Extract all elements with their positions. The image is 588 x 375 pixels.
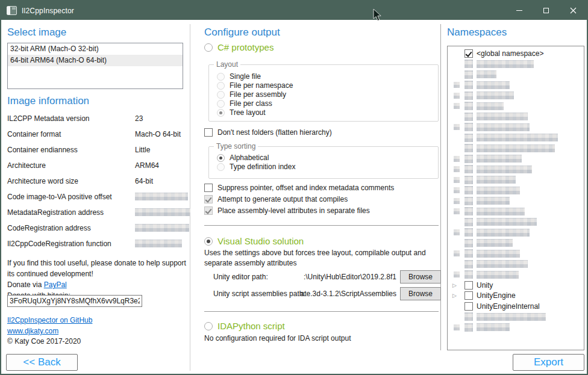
namespace-tree[interactable]: ▷<global namespace>▷▷▷▷▷▷▷▷▷▷▷▷▷▷▷▷▷▷▷▷▷… bbox=[447, 46, 584, 350]
redacted-checkbox bbox=[464, 91, 473, 100]
image-list-item-selected[interactable]: 64-bit ARM64 (Mach-O 64-bit) bbox=[8, 55, 183, 66]
namespace-row[interactable]: ▷<global namespace> bbox=[448, 48, 584, 59]
unity-script-path-value[interactable]: ate.3d-3.1.2\ScriptAssemblies bbox=[283, 290, 396, 298]
export-button[interactable]: Export bbox=[513, 354, 584, 371]
type-definition-index-radio[interactable] bbox=[217, 163, 225, 171]
github-link[interactable]: Il2CppInspector on GitHub bbox=[7, 316, 92, 324]
namespace-row-redacted: ▷ bbox=[448, 153, 584, 164]
namespace-row[interactable]: ▷UnityEngineInternal bbox=[448, 301, 584, 312]
type-definition-index-label: Type definition index bbox=[230, 163, 295, 171]
app-icon bbox=[7, 6, 17, 15]
namespace-row-redacted: ▷ bbox=[448, 101, 584, 112]
file-per-class-radio[interactable] bbox=[217, 100, 225, 108]
namespace-label: UnityEngine bbox=[477, 291, 516, 300]
info-label: Architecture word size bbox=[7, 177, 78, 185]
alphabetical-radio[interactable] bbox=[217, 154, 225, 162]
browse-script-button[interactable]: Browse bbox=[400, 287, 441, 300]
expander-icon[interactable]: ▷ bbox=[452, 291, 464, 300]
image-list-item[interactable]: 32-bit ARM (Mach-O 32-bit) bbox=[8, 43, 183, 55]
namespace-row-redacted: ▷ bbox=[448, 122, 584, 133]
flatten-hierarchy-checkbox[interactable] bbox=[204, 128, 213, 137]
visual-studio-option[interactable]: Visual Studio solution bbox=[204, 236, 304, 246]
namespace-checkbox[interactable] bbox=[464, 302, 473, 311]
layout-option-file-per-namespace[interactable]: File per namespace bbox=[217, 81, 293, 90]
suppress-comments-checkbox[interactable] bbox=[204, 184, 213, 192]
compilable-output-option[interactable]: Attempt to generate output that compiles bbox=[204, 195, 348, 203]
info-label: CodeRegistration address bbox=[7, 224, 91, 232]
layout-option-tree-layout[interactable]: Tree layout bbox=[217, 108, 266, 117]
redacted-namespace-label bbox=[477, 166, 532, 173]
image-listbox[interactable]: 32-bit ARM (Mach-O 32-bit) 64-bit ARM64 … bbox=[7, 43, 183, 89]
redacted-checkbox bbox=[464, 60, 473, 68]
type-sorting-groupbox: Type sorting Alphabetical Type definitio… bbox=[208, 146, 439, 179]
redacted-checkbox bbox=[464, 113, 473, 121]
idapython-option[interactable]: IDAPython script bbox=[204, 321, 285, 331]
flatten-hierarchy-option[interactable]: Don't nest folders (flatten hierarchy) bbox=[204, 128, 332, 137]
title-bar[interactable]: Il2CppInspector bbox=[1, 1, 587, 20]
alphabetical-label: Alphabetical bbox=[230, 153, 269, 162]
suppress-comments-option[interactable]: Suppress pointer, offset and index metad… bbox=[204, 184, 394, 192]
compilable-output-checkbox[interactable] bbox=[204, 195, 213, 203]
idapython-radio[interactable] bbox=[204, 322, 213, 330]
tree-layout-label: Tree layout bbox=[230, 108, 266, 117]
copyright-text: © Katy Coe 2017-2020 bbox=[7, 337, 81, 346]
layout-option-file-per-assembly[interactable]: File per assembly bbox=[217, 90, 286, 99]
redacted-namespace-label bbox=[477, 229, 530, 237]
layout-option-file-per-class[interactable]: File per class bbox=[217, 99, 272, 108]
namespace-row-redacted: ▷ bbox=[448, 132, 584, 143]
redacted-checkbox bbox=[464, 176, 473, 184]
window-title: Il2CppInspector bbox=[22, 7, 74, 15]
namespaces-heading: Namespaces bbox=[447, 26, 507, 39]
back-button[interactable]: << Back bbox=[6, 354, 78, 371]
expander-icon[interactable]: ▷ bbox=[452, 281, 464, 290]
layout-option-single-file[interactable]: Single file bbox=[217, 72, 261, 81]
namespace-row-redacted: ▷ bbox=[448, 59, 584, 70]
csharp-prototypes-option[interactable]: C# prototypes bbox=[204, 42, 274, 52]
idapython-label: IDAPython script bbox=[217, 321, 285, 331]
close-button[interactable] bbox=[560, 1, 587, 20]
redacted-namespace-label bbox=[477, 187, 520, 194]
redacted-checkbox bbox=[464, 123, 473, 131]
website-link[interactable]: www.djkaty.com bbox=[7, 327, 58, 335]
namespace-row-redacted: ▷ bbox=[448, 238, 584, 249]
info-row: Code image-to-VA positive offset bbox=[7, 189, 188, 205]
donate-via: Donate via bbox=[7, 280, 44, 289]
single-file-radio[interactable] bbox=[217, 73, 225, 81]
redacted-checkbox bbox=[464, 102, 473, 110]
file-per-assembly-radio[interactable] bbox=[217, 91, 225, 99]
maximize-button[interactable] bbox=[533, 1, 560, 20]
redacted-namespace-label bbox=[477, 197, 510, 205]
info-label: MetadataRegistration address bbox=[7, 208, 104, 217]
visual-studio-radio[interactable] bbox=[204, 237, 213, 246]
file-per-namespace-radio[interactable] bbox=[217, 82, 225, 90]
visual-studio-description: Uses the settings above but forces tree … bbox=[204, 248, 440, 268]
namespace-checkbox[interactable] bbox=[464, 281, 473, 290]
paypal-link[interactable]: PayPal bbox=[44, 280, 67, 289]
redacted-checkbox bbox=[464, 165, 473, 173]
separate-attributes-option[interactable]: Place assembly-level attributes in separ… bbox=[204, 206, 370, 215]
namespace-row-redacted: ▷ bbox=[448, 249, 584, 259]
bitcoin-address-input[interactable] bbox=[7, 295, 142, 307]
info-label: IL2CPP Metadata version bbox=[7, 114, 90, 123]
tree-layout-radio[interactable] bbox=[217, 109, 225, 117]
redacted-namespace-label bbox=[477, 60, 534, 68]
separate-attributes-checkbox[interactable] bbox=[204, 206, 213, 215]
namespace-checkbox[interactable] bbox=[464, 49, 473, 58]
type-sorting-alphabetical[interactable]: Alphabetical bbox=[217, 153, 269, 162]
info-label: Architecture bbox=[7, 161, 46, 170]
redacted-namespace-label bbox=[477, 208, 525, 215]
csharp-prototypes-label: C# prototypes bbox=[217, 42, 274, 52]
redacted-value bbox=[135, 224, 189, 232]
info-row: IL2CPP Metadata version 23 bbox=[7, 111, 188, 126]
minimize-button[interactable] bbox=[505, 1, 533, 20]
redacted-checkbox bbox=[464, 144, 473, 152]
csharp-prototypes-radio[interactable] bbox=[204, 43, 213, 52]
namespace-checkbox[interactable] bbox=[464, 291, 473, 300]
type-sorting-definition-index[interactable]: Type definition index bbox=[217, 163, 295, 171]
namespace-row[interactable]: ▷Unity bbox=[448, 280, 584, 291]
select-image-heading: Select image bbox=[7, 26, 66, 39]
namespace-row[interactable]: ▷UnityEngine bbox=[448, 291, 584, 302]
unity-editor-path-value[interactable]: :\Unity\Hub\Editor\2019.2.8f1 bbox=[283, 273, 396, 281]
redacted-checkbox bbox=[464, 323, 473, 332]
browse-editor-button[interactable]: Browse bbox=[400, 270, 441, 284]
